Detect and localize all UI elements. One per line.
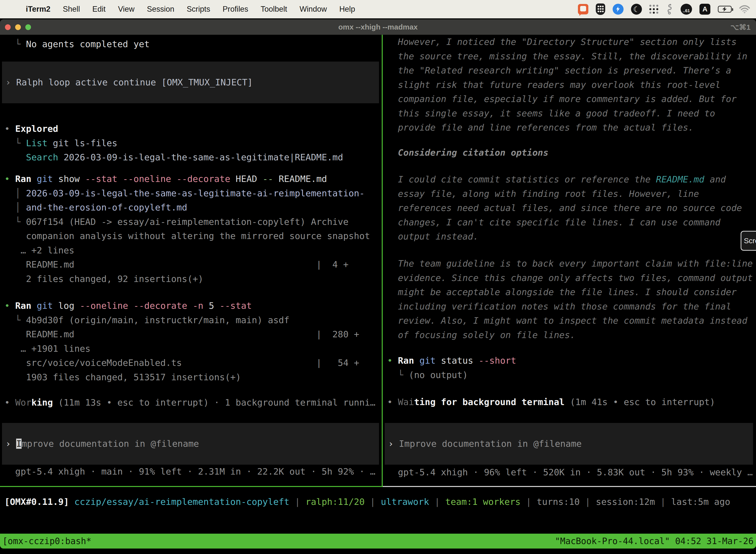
- screen-edge-popup[interactable]: Scre: [741, 231, 756, 251]
- terminal-text-line: │ and-the-erosion-of-copyleft.md: [4, 200, 382, 215]
- right-input-box[interactable]: › Improve documentation in @filename: [385, 423, 753, 465]
- omx-status-line: [OMX#0.11.9] cczip/essay/ai-reimplementa…: [4, 495, 756, 509]
- git-log-block: • Ran git log --oneline --decorate -n 5 …: [4, 298, 382, 384]
- shield-grid-icon[interactable]: [596, 3, 605, 15]
- terminal-text-line: › Improve documentation in @filename: [5, 437, 379, 451]
- menu-item-session[interactable]: Session: [147, 5, 174, 14]
- snake-icon[interactable]: [666, 3, 673, 15]
- close-button[interactable]: [5, 24, 11, 30]
- terminal-text-line: └ 4b9d30f (origin/main, instructkr/main,…: [4, 313, 382, 327]
- left-input-line[interactable]: › Improve documentation in @filename: [2, 423, 379, 451]
- terminal-text-line: gpt-5.4 xhigh · main · 91% left · 2.31M …: [4, 464, 382, 479]
- terminal-text-line: › Ralph loop active continue [OMX_TMUX_I…: [5, 75, 379, 90]
- left-pane[interactable]: └ No agents completed yet › Ralph loop a…: [0, 35, 382, 486]
- terminal-text-line: • Working (11m 13s • esc to interrupt) ·…: [4, 395, 382, 410]
- waiting-status-line: • Waiting for background terminal (1m 41…: [387, 395, 756, 409]
- menu-bar: iTerm2 Shell Edit View Session Scripts P…: [0, 0, 756, 18]
- terminal-text-line: Search 2026-03-09-is-legal-the-same-as-l…: [4, 150, 382, 165]
- agents-status-line: └ No agents completed yet: [4, 37, 382, 51]
- explored-block: • Explored └ List git ls-files Search 20…: [4, 122, 382, 165]
- left-input-box[interactable]: › Improve documentation in @filename: [2, 423, 379, 465]
- terminal-text-line: slight risk that future readers may over…: [387, 78, 756, 92]
- thinking-paragraph-2: I could cite commit statistics or refere…: [387, 172, 756, 244]
- terminal-text-line: │ 2026-03-09-is-legal-the-same-as-legiti…: [4, 186, 382, 201]
- thinking-heading: Considering citation options: [387, 146, 756, 160]
- terminal-text-line: However, I noticed the "Directory Struct…: [387, 35, 756, 49]
- terminal-text-line: The team guideline is to back every impo…: [387, 257, 756, 271]
- screen-share-icon[interactable]: [578, 4, 588, 14]
- keyboard-layout-icon[interactable]: A: [699, 4, 710, 15]
- tmux-session-label[interactable]: [omx-cczip0:bash*: [2, 536, 91, 546]
- zoom-button[interactable]: [25, 24, 31, 30]
- terminal-text-line: └ (no output): [387, 368, 756, 382]
- terminal-text-line: 1903 files changed, 513517 insertions(+): [4, 370, 382, 384]
- terminal-text-line: review. Also, I might want to inspect th…: [387, 314, 756, 328]
- terminal-text-line: companion analysis without altering the …: [4, 229, 382, 243]
- terminal-text-line: output instead.: [387, 229, 756, 244]
- terminal-text-line: README.md | 280 +: [4, 327, 382, 341]
- right-pane[interactable]: However, I noticed the "Directory Struct…: [383, 35, 756, 486]
- terminal-text-line: provide file and line references from th…: [387, 120, 756, 135]
- moon-icon[interactable]: ☾: [631, 4, 642, 15]
- minimize-button[interactable]: [15, 24, 21, 30]
- dots-grid-icon[interactable]: [649, 5, 658, 14]
- working-status-line: • Working (11m 13s • esc to interrupt) ·…: [4, 395, 382, 410]
- terminal-text-line: … +1901 lines: [4, 341, 382, 356]
- menu-item-edit[interactable]: Edit: [92, 5, 106, 14]
- terminal-text-line: gpt-5.4 xhigh · 96% left · 520K in · 5.8…: [387, 465, 756, 480]
- window-title-bar[interactable]: omx --xhigh --madmax ⌥⌘1: [0, 19, 756, 35]
- terminal-text-line: essay file, along with finding root file…: [387, 187, 756, 201]
- terminal-text-line: • Ran git log --oneline --decorate -n 5 …: [4, 298, 382, 313]
- terminal-text-line: 2 files changed, 92 insertions(+): [4, 272, 382, 286]
- menu-item-profiles[interactable]: Profiles: [223, 5, 248, 14]
- terminal-text-line: └ 067f154 (HEAD -> essay/ai-reimplementa…: [4, 215, 382, 229]
- right-model-status-line: gpt-5.4 xhigh · 96% left · 520K in · 5.8…: [387, 465, 756, 480]
- menu-item-shell[interactable]: Shell: [63, 5, 80, 14]
- terminal-text-line: • Ran git show --stat --oneline --decora…: [4, 172, 382, 186]
- traffic-lights: [5, 19, 31, 35]
- sync-badge-icon[interactable]: [613, 4, 624, 15]
- terminal-text-line: companion file, especially if more comme…: [387, 92, 756, 106]
- terminal-text-line: evidence. Since this change only affects…: [387, 271, 756, 285]
- thinking-paragraph-1: However, I noticed the "Directory Struct…: [387, 35, 756, 135]
- battery-icon[interactable]: [718, 6, 732, 13]
- wifi-icon[interactable]: [739, 5, 750, 13]
- terminal-text-line: I could cite commit statistics or refere…: [387, 172, 756, 187]
- terminal-text-line: src/voice/voiceModeEnabled.ts | 54 +: [4, 356, 382, 370]
- window-shortcut-badge: ⌥⌘1: [731, 23, 751, 32]
- ralph-loop-line: › Ralph loop active continue [OMX_TMUX_I…: [2, 62, 379, 90]
- terminal-text-line: might be acceptable alongside the file l…: [387, 285, 756, 299]
- git-show-block: • Ran git show --stat --oneline --decora…: [4, 172, 382, 286]
- menu-item-window[interactable]: Window: [300, 5, 327, 14]
- terminal-text-line: changes, I can't cite specific file line…: [387, 215, 756, 230]
- terminal-text-line: the "Related research writing" section i…: [387, 63, 756, 78]
- menu-item-iterm2[interactable]: iTerm2: [26, 5, 50, 14]
- tmux-status-bar: [omx-cczip0:bash* "MacBook-Pro-44.local"…: [0, 534, 756, 549]
- menu-item-view[interactable]: View: [118, 5, 135, 14]
- terminal-text-line: including verification notes with those …: [387, 299, 756, 314]
- terminal-text-line: … +2 lines: [4, 243, 382, 258]
- history-command-box: › Ralph loop active continue [OMX_TMUX_I…: [2, 62, 379, 103]
- terminal-text-line: [OMX#0.11.9] cczip/essay/ai-reimplementa…: [4, 495, 756, 509]
- right-pane-bottom-border: [383, 486, 756, 487]
- terminal-text-line: › Improve documentation in @filename: [388, 437, 753, 451]
- gauge-61-icon[interactable]: ..61: [681, 4, 692, 15]
- terminal-text-line: • Waiting for background terminal (1m 41…: [387, 395, 756, 409]
- terminal-area[interactable]: └ No agents completed yet › Ralph loop a…: [0, 35, 756, 534]
- terminal-text-line: • Explored: [4, 122, 382, 136]
- left-model-status-line: gpt-5.4 xhigh · main · 91% left · 2.31M …: [4, 464, 382, 479]
- terminal-text-line: README.md | 4 +: [4, 258, 382, 272]
- menu-item-scripts[interactable]: Scripts: [187, 5, 210, 14]
- git-status-block: • Ran git status --short └ (no output): [387, 353, 756, 382]
- right-input-line[interactable]: › Improve documentation in @filename: [385, 423, 753, 451]
- menu-item-help[interactable]: Help: [339, 5, 355, 14]
- menu-status-icons: ☾ ..61 A: [578, 3, 750, 15]
- terminal-text-line: of focusing solely on file lines.: [387, 328, 756, 342]
- left-pane-bottom-border: [0, 486, 383, 487]
- iterm-window: omx --xhigh --madmax ⌥⌘1 └ No agents com…: [0, 19, 756, 549]
- terminal-text-line: Considering citation options: [387, 146, 756, 160]
- window-title: omx --xhigh --madmax: [338, 23, 418, 31]
- terminal-text-line: references need actual files, and since …: [387, 201, 756, 215]
- menu-item-toolbelt[interactable]: Toolbelt: [261, 5, 287, 14]
- tmux-host-clock: "MacBook-Pro-44.local" 04:52 31-Mar-26: [555, 536, 754, 546]
